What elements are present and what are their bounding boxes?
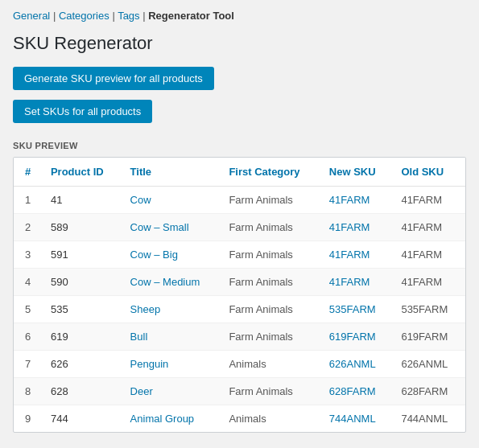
cell-old-sku: 619FARM (393, 323, 465, 351)
table-row: 5 535 Sheep Farm Animals 535FARM 535FARM (14, 296, 465, 323)
set-sku-button[interactable]: Set SKUs for all products (13, 100, 152, 123)
cell-num: 9 (14, 405, 43, 433)
cell-num: 4 (14, 269, 43, 296)
cell-category: Farm Animals (221, 241, 320, 269)
cell-title[interactable]: Animal Group (122, 405, 221, 433)
cell-title[interactable]: Penguin (122, 351, 221, 378)
sku-preview-table-wrapper: # Product ID Title First Category New SK… (13, 157, 466, 433)
table-row: 4 590 Cow – Medium Farm Animals 41FARM 4… (14, 269, 465, 296)
cell-old-sku: 744ANML (393, 405, 465, 433)
col-header-title: Title (122, 158, 221, 187)
breadcrumb-tags[interactable]: Tags (118, 10, 139, 22)
cell-old-sku: 41FARM (393, 214, 465, 241)
cell-new-sku: 41FARM (321, 269, 394, 296)
breadcrumb-categories[interactable]: Categories (59, 10, 109, 22)
cell-id: 590 (43, 269, 122, 296)
cell-title[interactable]: Cow – Big (122, 241, 221, 269)
set-btn-row: Set SKUs for all products (13, 100, 466, 129)
cell-category: Farm Animals (221, 187, 320, 214)
cell-id: 619 (43, 323, 122, 351)
cell-id: 744 (43, 405, 122, 433)
cell-num: 3 (14, 241, 43, 269)
cell-category: Farm Animals (221, 378, 320, 405)
cell-old-sku: 626ANML (393, 351, 465, 378)
cell-num: 2 (14, 214, 43, 241)
cell-old-sku: 535FARM (393, 296, 465, 323)
cell-title[interactable]: Bull (122, 323, 221, 351)
cell-old-sku: 41FARM (393, 241, 465, 269)
breadcrumb-general[interactable]: General (13, 10, 50, 22)
cell-new-sku: 626ANML (321, 351, 394, 378)
cell-new-sku: 744ANML (321, 405, 394, 433)
cell-num: 5 (14, 296, 43, 323)
breadcrumb-current: Regenerator Tool (148, 10, 234, 22)
cell-title[interactable]: Cow – Medium (122, 269, 221, 296)
cell-old-sku: 41FARM (393, 269, 465, 296)
cell-category: Farm Animals (221, 296, 320, 323)
section-label: SKU Preview (13, 141, 466, 150)
cell-id: 591 (43, 241, 122, 269)
cell-num: 7 (14, 351, 43, 378)
cell-category: Farm Animals (221, 214, 320, 241)
cell-old-sku: 628FARM (393, 378, 465, 405)
cell-id: 535 (43, 296, 122, 323)
table-row: 6 619 Bull Farm Animals 619FARM 619FARM (14, 323, 465, 351)
table-row: 9 744 Animal Group Animals 744ANML 744AN… (14, 405, 465, 433)
sku-preview-table: # Product ID Title First Category New SK… (14, 158, 465, 432)
col-header-product-id: Product ID (43, 158, 122, 187)
cell-new-sku: 535FARM (321, 296, 394, 323)
cell-category: Farm Animals (221, 323, 320, 351)
cell-id: 628 (43, 378, 122, 405)
cell-title[interactable]: Cow – Small (122, 214, 221, 241)
generate-sku-button[interactable]: Generate SKU preview for all products (13, 67, 214, 90)
cell-id: 589 (43, 214, 122, 241)
cell-new-sku: 41FARM (321, 214, 394, 241)
cell-new-sku: 41FARM (321, 241, 394, 269)
table-row: 7 626 Penguin Animals 626ANML 626ANML (14, 351, 465, 378)
col-header-new-sku: New SKU (321, 158, 394, 187)
table-row: 1 41 Cow Farm Animals 41FARM 41FARM (14, 187, 465, 214)
cell-category: Animals (221, 351, 320, 378)
col-header-num: # (14, 158, 43, 187)
cell-num: 6 (14, 323, 43, 351)
cell-title[interactable]: Cow (122, 187, 221, 214)
table-row: 3 591 Cow – Big Farm Animals 41FARM 41FA… (14, 241, 465, 269)
cell-old-sku: 41FARM (393, 187, 465, 214)
cell-num: 1 (14, 187, 43, 214)
cell-title[interactable]: Sheep (122, 296, 221, 323)
cell-new-sku: 619FARM (321, 323, 394, 351)
cell-category: Farm Animals (221, 269, 320, 296)
cell-id: 626 (43, 351, 122, 378)
breadcrumb: General | Categories | Tags | Regenerato… (13, 10, 466, 22)
cell-title[interactable]: Deer (122, 378, 221, 405)
col-header-old-sku: Old SKU (393, 158, 465, 187)
cell-new-sku: 41FARM (321, 187, 394, 214)
table-row: 8 628 Deer Farm Animals 628FARM 628FARM (14, 378, 465, 405)
cell-new-sku: 628FARM (321, 378, 394, 405)
cell-id: 41 (43, 187, 122, 214)
table-header-row: # Product ID Title First Category New SK… (14, 158, 465, 187)
generate-btn-row: Generate SKU preview for all products (13, 67, 466, 97)
page-title: SKU Regenerator (13, 33, 466, 54)
table-row: 2 589 Cow – Small Farm Animals 41FARM 41… (14, 214, 465, 241)
col-header-category: First Category (221, 158, 320, 187)
cell-category: Animals (221, 405, 320, 433)
cell-num: 8 (14, 378, 43, 405)
